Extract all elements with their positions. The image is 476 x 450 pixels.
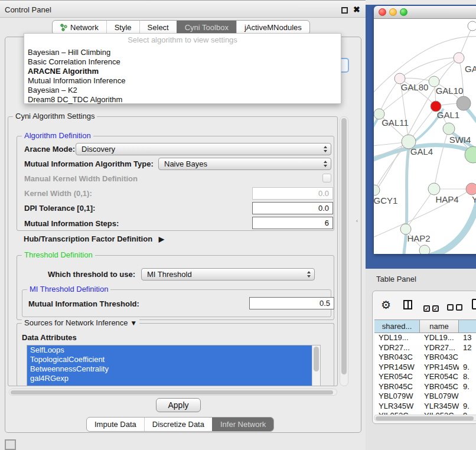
which-threshold-combobox[interactable]: MI Threshold — [141, 268, 315, 281]
threshold-definition-title: Threshold Definition — [22, 250, 95, 259]
restore-panel-icon[interactable] — [5, 439, 16, 450]
table-body[interactable]: YDL19...YDL19...13YDR27...YDR27...12YBR0… — [374, 333, 476, 415]
columns-icon[interactable] — [403, 300, 412, 309]
column-header-shared-name[interactable]: shared... — [374, 320, 420, 332]
network-node[interactable] — [428, 183, 440, 195]
tab-network[interactable]: Network — [53, 21, 106, 34]
network-edge[interactable] — [434, 129, 449, 189]
table-cell: YDL19... — [420, 333, 459, 343]
table-row[interactable]: YBR043CYBR043C — [374, 353, 476, 363]
network-view[interactable]: GAL7GAL80GAL10GAL1GAL11SWI4GAL4GCY1HAP4Y… — [374, 19, 476, 254]
data-attribute-item[interactable]: BetweennessCentrality — [27, 364, 320, 374]
tab-cyni-toolbox[interactable]: Cyni Toolbox — [177, 21, 236, 34]
dpi-tolerance-field[interactable]: 0.0 — [252, 202, 333, 214]
table-horizontal-scrollbar[interactable] — [374, 415, 476, 421]
table-row[interactable]: YBL079WYBL079W — [374, 392, 476, 402]
network-node[interactable] — [419, 245, 430, 254]
algorithm-option[interactable]: Basic Correlation Inference — [24, 57, 341, 67]
gear-icon[interactable]: ⚙ — [381, 298, 391, 312]
table-row[interactable]: YPR145WYPR145W9. — [374, 363, 476, 373]
algorithm-combobox-fragment[interactable] — [341, 58, 349, 73]
network-icon — [60, 24, 67, 31]
expanded-arrow-icon[interactable]: ▼ — [130, 319, 137, 327]
data-attribute-item[interactable]: gal4RGexp — [27, 374, 320, 383]
tab-impute-data[interactable]: Impute Data — [87, 418, 144, 431]
close-icon[interactable]: ✖ — [353, 5, 360, 14]
table-panel-title: Table Panel — [376, 275, 416, 283]
apply-button[interactable]: Apply — [156, 398, 201, 412]
mi-threshold-label: Mutual Information Threshold: — [28, 299, 139, 308]
manual-kernel-checkbox[interactable] — [322, 174, 331, 182]
kernel-width-field[interactable]: 0.0 — [252, 187, 333, 200]
bottom-tabbar: Impute DataDiscretize DataInfer Network — [86, 417, 274, 432]
tab-jactivemnodules[interactable]: jActiveMNodules — [236, 21, 309, 34]
mi-type-combobox[interactable]: Naive Bayes — [158, 158, 331, 170]
data-attribute-item[interactable]: TopologicalCoefficient — [27, 355, 320, 364]
data-attributes-list[interactable]: SelfLoopsTopologicalCoefficientBetweenne… — [27, 345, 321, 386]
settings-vertical-scrollbar[interactable] — [340, 116, 348, 386]
dropdown-prompt: Select algorithm to view settings — [24, 34, 341, 48]
splitpane-grip-icon[interactable]: ‹ — [356, 218, 358, 224]
algorithm-option[interactable]: Mutual Information Inference — [24, 76, 341, 86]
algorithm-option[interactable]: Dream8 DC_TDC Algorithm — [24, 95, 341, 105]
mi-steps-field[interactable]: 6 — [252, 217, 333, 229]
select-all-checkboxes-icon[interactable]: ✓✓ — [423, 302, 441, 313]
tab-label: Network — [70, 23, 99, 32]
list-scrollbar[interactable] — [312, 345, 320, 386]
table-panel: Table Panel ⚙ ✓✓ shared... name YDL19...… — [366, 269, 476, 450]
float-window-icon[interactable] — [341, 7, 348, 14]
algorithm-option[interactable]: Bayesian – Hill Climbing — [24, 48, 341, 57]
data-attribute-item[interactable]: SelfLoops — [27, 345, 320, 355]
table-row[interactable]: YER054CYER054C8. — [374, 372, 476, 382]
column-header-name[interactable]: name — [420, 320, 459, 332]
window-minimize-icon[interactable] — [389, 8, 397, 16]
aracne-mode-combobox[interactable]: Discovery — [76, 143, 331, 155]
table-row[interactable]: YDR27...YDR27...12 — [374, 343, 476, 353]
table-cell: YBR045C — [420, 382, 459, 392]
network-node[interactable] — [468, 21, 476, 31]
settings-horizontal-scrollbar[interactable] — [9, 389, 337, 396]
table-cell: YBR043C — [374, 353, 420, 363]
table-cell: YDL19... — [374, 333, 420, 343]
threshold-definition-group: Threshold Definition Which threshold to … — [17, 255, 334, 320]
mi-steps-label: Mutual Information Steps: — [24, 219, 119, 228]
tab-label: Cyni Toolbox — [185, 23, 229, 32]
table-row[interactable]: YBR045CYBR045C9. — [374, 382, 476, 392]
tab-select[interactable]: Select — [139, 21, 177, 34]
sources-group-title: Sources for Network Inference ▼ — [22, 318, 139, 327]
tab-discretize-data[interactable]: Discretize Data — [144, 418, 212, 431]
algorithm-option[interactable]: ARACNE Algorithm — [24, 67, 341, 76]
window-zoom-icon[interactable] — [400, 8, 407, 16]
tab-style[interactable]: Style — [106, 21, 139, 34]
network-edge[interactable] — [406, 189, 434, 229]
kernel-width-label: Kernel Width (0,1): — [24, 189, 92, 198]
tab-infer-network[interactable]: Infer Network — [212, 418, 273, 431]
new-table-icon[interactable] — [472, 299, 476, 309]
network-window[interactable]: GAL7GAL80GAL10GAL1GAL11SWI4GAL4GCY1HAP4Y… — [374, 6, 476, 254]
table-header-row[interactable]: shared... name — [374, 319, 476, 333]
network-window-titlebar[interactable] — [374, 6, 476, 19]
network-node[interactable] — [443, 123, 455, 135]
table-cell: YBR045C — [374, 382, 420, 392]
network-node[interactable] — [454, 53, 464, 63]
network-graph[interactable]: GAL7GAL80GAL10GAL1GAL11SWI4GAL4GCY1HAP4Y… — [374, 19, 476, 254]
column-header-partial[interactable] — [459, 320, 476, 332]
network-node-label: HAP4 — [435, 194, 458, 204]
network-node[interactable] — [457, 96, 471, 110]
table-row[interactable]: YDL19...YDL19...13 — [374, 333, 476, 343]
table-cell: YLR345W — [420, 402, 459, 412]
table-cell: YPR145W — [420, 363, 459, 373]
algorithm-definition-title: Algorithm Definition — [22, 131, 93, 140]
algorithm-option[interactable]: Bayesian – K2 — [24, 86, 341, 95]
table-row[interactable]: YLR345WYLR345W9. — [374, 402, 476, 412]
network-node[interactable] — [466, 183, 476, 195]
dpi-tolerance-label: DPI Tolerance [0,1]: — [24, 204, 95, 213]
control-panel-title: Control Panel — [5, 5, 51, 14]
table-cell: YPR145W — [374, 363, 420, 373]
algorithm-dropdown-popup: Select algorithm to view settings Bayesi… — [24, 33, 341, 104]
mi-threshold-field[interactable]: 0.5 — [249, 297, 334, 309]
window-close-icon[interactable] — [379, 8, 386, 16]
hub-definition-toggle[interactable]: Hub/Transcription Factor Definition ▶ — [24, 234, 164, 243]
deselect-all-checkboxes-icon[interactable] — [447, 302, 465, 313]
mi-type-value: Naive Bayes — [164, 159, 207, 168]
